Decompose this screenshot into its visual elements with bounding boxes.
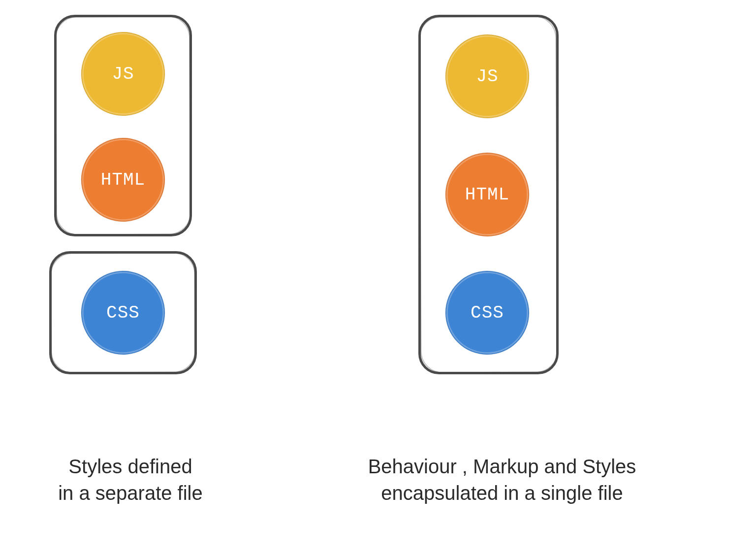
left-caption: Styles defined in a separate file [25,453,236,506]
right-caption: Behaviour , Markup and Styles encapsulat… [330,453,674,506]
diagram-stage: JS HTML CSS Styles defined in a separate… [0,0,756,557]
right-css-label: CSS [471,303,504,323]
left-css-circle: CSS [81,271,165,355]
left-js-circle: JS [81,32,165,116]
left-css-label: CSS [106,303,140,323]
left-html-label: HTML [101,170,145,190]
right-js-circle: JS [445,34,529,118]
right-html-label: HTML [465,185,509,205]
left-html-circle: HTML [81,138,165,222]
right-css-circle: CSS [445,271,529,355]
right-js-label: JS [476,66,498,87]
right-html-circle: HTML [445,153,529,236]
left-js-label: JS [112,64,134,84]
